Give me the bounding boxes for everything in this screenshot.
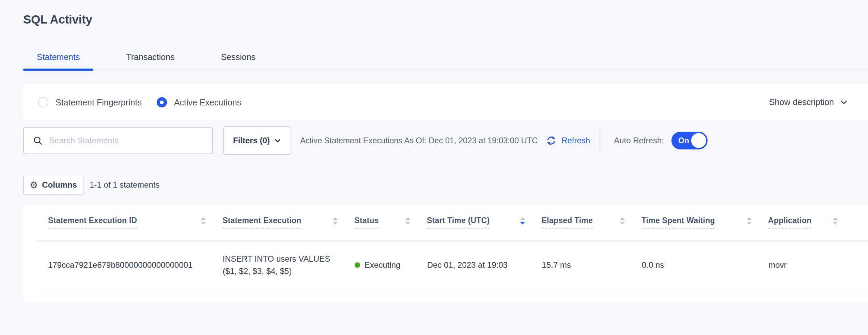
radio-statement-fingerprints[interactable]: Statement Fingerprints (38, 97, 142, 107)
results-count: 1-1 of 1 statements (90, 180, 159, 190)
columns-button[interactable]: ⚙ Columns (23, 175, 83, 195)
cell-application: movr (769, 260, 868, 270)
radio-active-executions-label: Active Executions (174, 97, 241, 107)
table-header-row: Statement Execution ID Statement Executi… (23, 205, 868, 240)
table-row[interactable]: 179cca7921e679b80000000000000001 INSERT … (23, 241, 868, 290)
toggle-knob-icon (691, 133, 706, 148)
statements-toolbar: Filters (0) Active Statement Executions … (23, 126, 868, 155)
show-description-label: Show description (769, 97, 834, 107)
refresh-button[interactable]: Refresh (545, 134, 590, 147)
search-icon (33, 135, 43, 146)
column-header-time-spent-waiting[interactable]: Time Spent Waiting (641, 216, 768, 229)
view-mode-card: Statement Fingerprints Active Executions… (23, 84, 868, 120)
column-header-statement-execution[interactable]: Statement Execution (222, 216, 354, 229)
column-header-application[interactable]: Application (768, 216, 868, 229)
page-title: SQL Activity (23, 12, 868, 27)
cell-status: Executing (355, 260, 427, 270)
refresh-icon (545, 134, 557, 147)
sort-arrows-icon[interactable] (200, 217, 207, 225)
gear-icon: ⚙ (30, 180, 38, 190)
filters-button[interactable]: Filters (0) (223, 126, 291, 155)
tab-statements-label: Statements (37, 52, 80, 62)
statements-table-card: Statement Execution ID Statement Executi… (23, 205, 868, 302)
radio-circle-icon[interactable] (157, 97, 167, 107)
auto-refresh-state: On (678, 132, 689, 149)
auto-refresh-label: Auto Refresh: (614, 136, 664, 145)
chevron-down-icon (839, 98, 848, 107)
column-header-statement-execution-id[interactable]: Statement Execution ID (48, 216, 222, 229)
cell-execution-id[interactable]: 179cca7921e679b80000000000000001 (48, 260, 223, 270)
search-box[interactable] (23, 127, 213, 154)
tab-sessions[interactable]: Sessions (207, 52, 269, 70)
green-dot-icon (355, 262, 360, 268)
status-label: Executing (365, 260, 400, 270)
refresh-label: Refresh (561, 136, 590, 145)
auto-refresh-toggle[interactable]: On (671, 132, 708, 149)
column-header-start-time[interactable]: Start Time (UTC) (427, 216, 542, 229)
column-header-status[interactable]: Status (354, 216, 427, 229)
radio-circle-icon[interactable] (38, 97, 48, 107)
sort-arrows-icon[interactable] (832, 217, 839, 225)
sql-activity-tabs: Statements Transactions Sessions (23, 52, 868, 70)
chevron-down-icon (274, 137, 281, 144)
radio-active-executions[interactable]: Active Executions (157, 97, 241, 107)
cell-statement-execution[interactable]: INSERT INTO users VALUES ($1, $2, $3, $4… (223, 253, 355, 277)
column-header-elapsed-time[interactable]: Elapsed Time (542, 216, 641, 229)
toolbar-divider (600, 129, 600, 152)
sort-arrows-icon[interactable] (519, 217, 526, 225)
cell-time-spent-waiting: 0.0 ns (642, 260, 769, 270)
show-description-toggle[interactable]: Show description (769, 97, 848, 107)
as-of-timestamp: Active Statement Executions As Of: Dec 0… (300, 136, 538, 145)
tab-transactions[interactable]: Transactions (112, 52, 188, 70)
sort-arrows-icon[interactable] (332, 217, 339, 225)
table-row-divider (37, 290, 868, 290)
cell-elapsed-time: 15.7 ms (542, 260, 642, 270)
filters-button-label: Filters (0) (233, 136, 270, 145)
table-controls-row: ⚙ Columns 1-1 of 1 statements (23, 175, 868, 195)
tab-transactions-label: Transactions (126, 52, 174, 62)
search-input[interactable] (49, 136, 205, 145)
tab-statements[interactable]: Statements (23, 52, 93, 70)
cell-start-time: Dec 01, 2023 at 19:03 (427, 260, 542, 270)
columns-button-label: Columns (42, 180, 77, 190)
sort-arrows-icon[interactable] (404, 217, 411, 225)
tab-sessions-label: Sessions (221, 52, 255, 62)
sort-arrows-icon[interactable] (619, 217, 626, 225)
radio-statement-fingerprints-label: Statement Fingerprints (56, 97, 142, 107)
sort-arrows-icon[interactable] (746, 217, 753, 225)
